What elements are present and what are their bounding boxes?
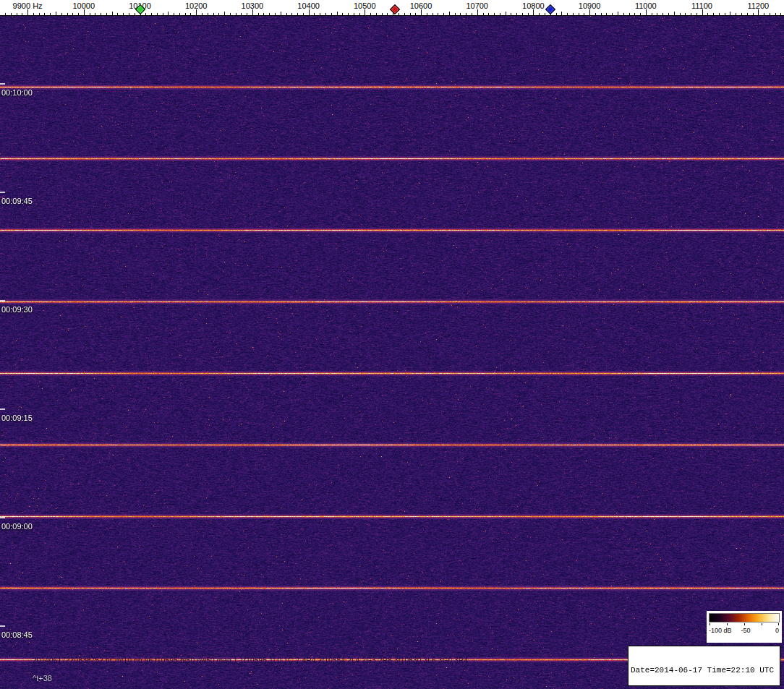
- ruler-tick: [303, 13, 304, 15]
- ruler-frequency-label: 11200: [747, 1, 769, 10]
- ruler-tick: [707, 13, 708, 15]
- ruler-tick: [354, 13, 354, 15]
- ruler-tick: [359, 13, 360, 15]
- ruler-tick: [662, 13, 663, 15]
- ruler-tick: [736, 13, 736, 15]
- ruler-tick: [17, 13, 17, 15]
- ruler-tick: [657, 13, 657, 15]
- ruler-tick: [325, 13, 326, 15]
- ruler-tick: [753, 13, 754, 15]
- ruler-tick: [438, 13, 438, 15]
- ruler-tick: [11, 13, 12, 15]
- color-scale-legend: -100 dB -50 0: [707, 611, 782, 643]
- ruler-tick: [443, 13, 444, 15]
- ruler-tick: [320, 13, 320, 15]
- ruler-tick: [629, 13, 630, 15]
- ruler-tick: [410, 13, 411, 15]
- ruler-tick: [775, 13, 776, 15]
- ruler-tick: [472, 13, 472, 15]
- ruler-tick: [67, 13, 68, 15]
- event-annotation-text: 20140617220838752 bCmt10 nb 96 f10595 bt…: [33, 656, 468, 664]
- ruler-tick: [39, 13, 40, 15]
- ruler-tick: [365, 9, 365, 15]
- ruler-tick: [202, 13, 203, 15]
- ruler-tick: [680, 13, 681, 15]
- ruler-tick: [27, 9, 28, 15]
- colorbar-labels: -100 dB -50 0: [707, 627, 782, 637]
- time-scale-tick: [0, 300, 5, 301]
- ruler-tick: [770, 13, 770, 15]
- ruler-tick: [337, 12, 338, 15]
- ruler-tick: [230, 13, 231, 15]
- ruler-tick: [483, 13, 484, 15]
- ruler-tick: [506, 12, 506, 15]
- ruler-tick: [415, 13, 416, 15]
- ruler-tick: [72, 13, 73, 15]
- colorbar-gradient: [709, 613, 780, 622]
- waterfall-spectrogram-canvas[interactable]: [0, 16, 784, 689]
- ruler-tick: [516, 13, 517, 15]
- ruler-tick: [382, 13, 383, 15]
- ruler-tick: [348, 13, 349, 15]
- ruler-tick: [533, 9, 534, 15]
- ruler-tick: [567, 13, 568, 15]
- colorbar-tick: [727, 623, 728, 625]
- colorbar-max-label: 0: [775, 627, 779, 634]
- ruler-frequency-label: 10200: [185, 1, 208, 10]
- ruler-tick: [117, 13, 118, 15]
- ruler-tick: [106, 13, 107, 15]
- ruler-tick: [291, 13, 292, 15]
- colorbar-min-label: -100 dB: [709, 627, 732, 634]
- ruler-tick: [579, 13, 579, 15]
- ruler-tick: [185, 13, 186, 15]
- ruler-tick: [652, 13, 652, 15]
- time-scale-tick: [0, 83, 5, 85]
- ruler-tick: [545, 13, 545, 15]
- time-scale-label: 00:09:45: [1, 197, 33, 205]
- ruler-tick: [404, 13, 405, 15]
- ruler-tick: [95, 13, 95, 15]
- time-scale-label: 00:09:00: [1, 522, 33, 531]
- ruler-tick: [539, 13, 540, 15]
- ruler-tick: [449, 12, 450, 15]
- ruler-tick: [5, 13, 6, 15]
- ruler-tick: [174, 13, 174, 15]
- ruler-tick: [696, 13, 697, 15]
- frequency-marker-blue[interactable]: [545, 4, 555, 14]
- ruler-tick: [44, 13, 45, 15]
- ruler-tick: [168, 12, 169, 15]
- spectrogram-viewer: 9900 Hz100001010010200103001040010500106…: [0, 0, 784, 689]
- ruler-tick: [78, 13, 79, 15]
- ruler-tick: [685, 13, 686, 15]
- info-line-date: Date=2014-06-17 Time=22:10 UTC: [631, 666, 777, 675]
- ruler-tick: [466, 13, 466, 15]
- ruler-tick: [151, 13, 152, 15]
- ruler-tick: [342, 13, 343, 15]
- ruler-tick: [702, 9, 703, 15]
- time-scale-tick: [0, 517, 5, 518]
- cursor-label: ^t+38: [33, 674, 52, 682]
- ruler-tick: [741, 13, 742, 15]
- ruler-tick: [224, 12, 225, 15]
- ruler-tick: [780, 13, 781, 15]
- ruler-tick: [157, 13, 158, 15]
- ruler-tick: [263, 13, 264, 15]
- ruler-tick: [691, 13, 691, 15]
- time-scale-tick: [0, 192, 5, 193]
- ruler-tick: [387, 13, 388, 15]
- ruler-tick: [601, 13, 602, 15]
- ruler-tick: [561, 12, 562, 15]
- ruler-tick: [129, 13, 129, 15]
- ruler-tick: [218, 13, 219, 15]
- time-scale-label: 00:10:00: [1, 88, 33, 97]
- ruler-tick: [196, 9, 197, 15]
- ruler-tick: [528, 13, 529, 15]
- ruler-tick: [101, 13, 101, 15]
- ruler-frequency-label: 9900 Hz: [13, 1, 43, 10]
- ruler-tick: [713, 13, 714, 15]
- ruler-frequency-label: 11000: [635, 1, 657, 10]
- colorbar-tick: [778, 623, 779, 625]
- ruler-tick: [281, 12, 281, 15]
- ruler-tick: [758, 9, 759, 15]
- observation-info-box: Date=2014-06-17 Time=22:10 UTC Freq=143 …: [628, 646, 780, 686]
